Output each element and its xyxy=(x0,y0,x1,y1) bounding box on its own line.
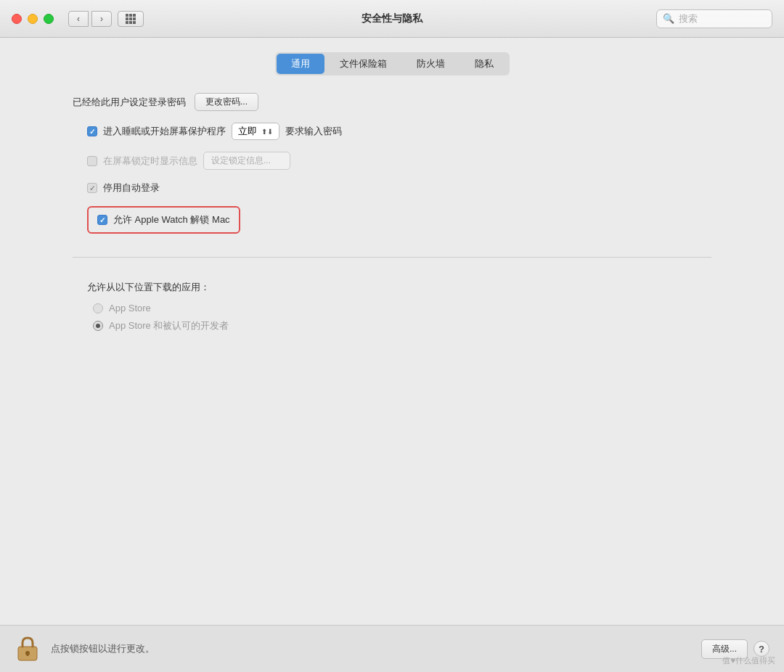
radio-app-store-label: App Store xyxy=(109,303,151,314)
dropdown-arrows-icon: ⬆⬇ xyxy=(261,128,273,136)
footer-lock-text: 点按锁按钮以进行更改。 xyxy=(51,642,691,655)
svg-rect-2 xyxy=(27,653,29,656)
sleep-duration-dropdown[interactable]: 立即 ⬆⬇ xyxy=(232,123,279,140)
footer: 点按锁按钮以进行更改。 高级... ? xyxy=(0,625,784,672)
search-icon: 🔍 xyxy=(663,13,674,24)
watermark: 值♥什么值得买 xyxy=(722,655,775,666)
radio-app-store-row: App Store xyxy=(87,303,711,314)
radio-app-store[interactable] xyxy=(93,303,103,314)
help-button[interactable]: ? xyxy=(754,641,769,657)
sleep-label: 进入睡眠或开始屏幕保护程序 xyxy=(103,125,226,138)
window-title: 安全性与隐私 xyxy=(362,12,422,25)
apple-watch-label: 允许 Apple Watch 解锁 Mac xyxy=(113,213,230,226)
lock-icon[interactable] xyxy=(15,634,41,663)
auto-login-label: 停用自动登录 xyxy=(103,181,160,194)
screen-lock-row: 在屏幕锁定时显示信息 设定锁定信息... xyxy=(73,152,711,170)
download-title: 允许从以下位置下载的应用： xyxy=(87,281,711,294)
grid-view-button[interactable] xyxy=(118,11,144,27)
sleep-checkbox[interactable] xyxy=(87,126,97,136)
tab-group: 通用 文件保险箱 防火墙 隐私 xyxy=(275,52,510,75)
change-password-button[interactable]: 更改密码... xyxy=(195,93,258,111)
search-box[interactable]: 🔍 搜索 xyxy=(656,9,772,28)
nav-buttons: ‹ › xyxy=(68,11,112,27)
grid-icon xyxy=(126,14,136,24)
tabs-container: 通用 文件保险箱 防火墙 隐私 xyxy=(29,52,755,75)
back-button[interactable]: ‹ xyxy=(68,11,89,27)
password-label: 已经给此用户设定登录密码 xyxy=(73,96,186,109)
lock-svg xyxy=(17,636,38,662)
radio-app-store-developers-row: App Store 和被认可的开发者 xyxy=(87,319,711,332)
traffic-lights xyxy=(12,14,54,24)
settings-panel: 已经给此用户设定登录密码 更改密码... 进入睡眠或开始屏幕保护程序 立即 ⬆⬇… xyxy=(29,93,755,338)
download-section: 允许从以下位置下载的应用： App Store App Store 和被认可的开… xyxy=(73,281,711,338)
sleep-duration-value: 立即 xyxy=(238,125,257,138)
titlebar: ‹ › 安全性与隐私 🔍 搜索 xyxy=(0,0,784,38)
screen-lock-label: 在屏幕锁定时显示信息 xyxy=(103,155,197,168)
require-password-label: 要求输入密码 xyxy=(285,125,342,138)
sleep-row: 进入睡眠或开始屏幕保护程序 立即 ⬆⬇ 要求输入密码 xyxy=(73,123,711,140)
screen-lock-checkbox[interactable] xyxy=(87,156,97,166)
apple-watch-checkbox[interactable] xyxy=(97,215,107,225)
tab-privacy[interactable]: 隐私 xyxy=(460,54,508,74)
tab-firewall[interactable]: 防火墙 xyxy=(402,54,460,74)
search-placeholder: 搜索 xyxy=(679,12,698,25)
password-row: 已经给此用户设定登录密码 更改密码... xyxy=(73,93,711,111)
auto-login-checkbox[interactable] xyxy=(87,183,97,193)
tab-filevault[interactable]: 文件保险箱 xyxy=(325,54,401,74)
radio-app-store-developers[interactable] xyxy=(93,321,103,331)
close-button[interactable] xyxy=(12,14,22,24)
apple-watch-row: 允许 Apple Watch 解锁 Mac xyxy=(87,206,240,234)
main-content: 通用 文件保险箱 防火墙 隐私 已经给此用户设定登录密码 更改密码... 进入睡… xyxy=(0,38,784,625)
radio-app-store-developers-label: App Store 和被认可的开发者 xyxy=(109,319,229,332)
section-divider xyxy=(73,257,711,258)
auto-login-row: 停用自动登录 xyxy=(73,181,711,194)
maximize-button[interactable] xyxy=(44,14,54,24)
forward-button[interactable]: › xyxy=(91,11,112,27)
screen-lock-input[interactable]: 设定锁定信息... xyxy=(203,152,290,170)
tab-general[interactable]: 通用 xyxy=(277,54,324,74)
minimize-button[interactable] xyxy=(28,14,38,24)
